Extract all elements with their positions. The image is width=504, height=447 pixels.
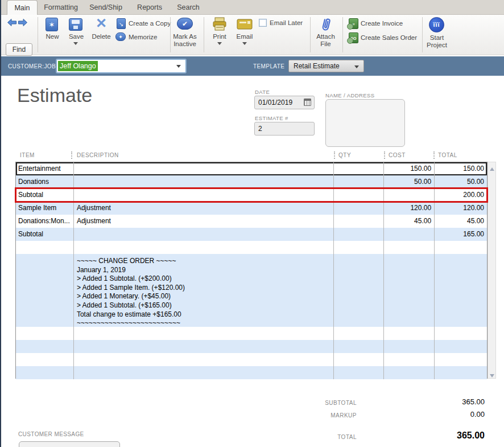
cell-item[interactable]: Sample Item (16, 202, 74, 215)
start-project-button-line2[interactable]: Project (422, 42, 452, 48)
print-dropdown-caret[interactable] (217, 42, 222, 45)
save-dropdown-caret[interactable] (73, 42, 78, 45)
cell-item[interactable] (16, 254, 74, 327)
attach-file-button[interactable]: Attach (313, 33, 338, 40)
create-copy-icon[interactable]: ↘ (117, 18, 126, 29)
cell-desc[interactable] (74, 241, 334, 254)
cell-cost[interactable]: 50.00 (384, 175, 435, 188)
delete-button[interactable]: Delete (88, 33, 114, 40)
cell-total[interactable] (435, 366, 487, 379)
attach-file-icon[interactable] (320, 17, 332, 32)
calendar-icon[interactable] (304, 99, 311, 106)
table-row[interactable] (16, 353, 487, 366)
date-field[interactable]: 01/01/2019 (254, 96, 315, 109)
print-icon[interactable] (212, 17, 227, 31)
table-row[interactable] (16, 340, 487, 353)
column-separator[interactable] (334, 151, 335, 159)
mark-as-inactive-button[interactable]: Mark As (168, 33, 201, 40)
cell-total[interactable]: 45.00 (435, 215, 487, 228)
cell-cost[interactable] (384, 188, 435, 202)
create-sales-order-icon[interactable]: SO (349, 32, 358, 43)
cell-item[interactable] (16, 353, 74, 366)
mark-as-inactive-button-line2[interactable]: Inactive (168, 40, 201, 47)
chevron-down-icon[interactable] (354, 65, 359, 68)
cell-cost[interactable]: 150.00 (384, 162, 435, 175)
cell-qty[interactable] (334, 175, 384, 188)
tab-send-ship[interactable]: Send/Ship (85, 0, 126, 15)
customer-job-value[interactable]: Jeff Olango (58, 61, 98, 71)
tab-search[interactable]: Search (173, 0, 204, 15)
cell-qty[interactable] (334, 188, 384, 202)
create-sales-order-button[interactable]: Create Sales Order (361, 34, 417, 41)
cell-total[interactable] (435, 254, 487, 327)
create-copy-button[interactable]: Create a Copy (129, 20, 171, 27)
tab-formatting[interactable]: Formatting (42, 0, 80, 15)
cell-total[interactable]: 165.00 (435, 228, 487, 241)
memorize-icon[interactable]: ✦ (115, 32, 126, 41)
cell-cost[interactable] (384, 366, 435, 379)
cell-desc[interactable] (74, 353, 334, 366)
cell-qty[interactable] (334, 366, 384, 379)
cell-desc[interactable] (74, 366, 334, 379)
cell-qty[interactable] (334, 254, 384, 327)
cell-desc[interactable] (74, 340, 334, 353)
table-row[interactable]: Sample ItemAdjustment120.00120.00 (16, 202, 487, 215)
cell-total[interactable] (435, 241, 487, 254)
new-icon[interactable]: ✶ (46, 18, 58, 31)
save-button[interactable]: Save (65, 33, 87, 40)
cell-cost[interactable] (384, 340, 435, 353)
table-row[interactable]: Subtotal200.00 (16, 188, 487, 202)
table-row[interactable]: Entertainment150.00150.00 (16, 162, 487, 175)
table-row[interactable]: Donations:Mon...Adjustment45.0045.00 (16, 215, 487, 228)
cell-desc[interactable]: Adjustment (74, 215, 334, 228)
start-project-button[interactable]: Start (422, 34, 452, 41)
start-project-icon[interactable]: ϊϊϊ (429, 17, 444, 32)
scroll-up-icon[interactable] (488, 163, 495, 171)
scroll-down-icon[interactable] (488, 370, 495, 378)
cell-total[interactable] (435, 327, 487, 340)
cell-cost[interactable] (384, 353, 435, 366)
cell-item[interactable]: Subtotal (16, 228, 74, 241)
tab-reports[interactable]: Reports (133, 0, 166, 15)
cell-item[interactable] (16, 241, 74, 254)
mark-as-inactive-icon[interactable]: ✔ (177, 18, 193, 30)
cell-qty[interactable] (334, 228, 384, 241)
cell-qty[interactable] (334, 340, 384, 353)
estimate-number-field[interactable]: 2 (254, 122, 315, 136)
cell-desc[interactable] (74, 162, 334, 175)
cell-desc[interactable]: ~~~~~ CHANGE ORDER ~~~~~ January 1, 2019… (74, 254, 334, 327)
create-invoice-button[interactable]: Create Invoice (361, 20, 403, 27)
table-row[interactable]: Subtotal165.00 (16, 228, 487, 241)
cell-desc[interactable] (74, 228, 334, 241)
cell-total[interactable]: 50.00 (435, 175, 487, 188)
column-separator[interactable] (71, 151, 72, 159)
table-row[interactable]: ~~~~~ CHANGE ORDER ~~~~~ January 1, 2019… (16, 254, 487, 327)
new-button[interactable]: New (42, 33, 63, 40)
template-combo[interactable]: Retail Estimate (288, 60, 364, 72)
email-dropdown-caret[interactable] (242, 42, 247, 45)
email-later-checkbox[interactable] (259, 19, 267, 27)
back-arrow-icon[interactable] (7, 19, 16, 26)
cell-cost[interactable] (384, 241, 435, 254)
delete-icon[interactable]: ✕ (93, 16, 109, 31)
cell-total[interactable]: 120.00 (435, 202, 487, 215)
print-button[interactable]: Print (206, 33, 233, 40)
cell-item[interactable] (16, 340, 74, 353)
table-row[interactable]: Donations50.0050.00 (16, 175, 487, 188)
cell-cost[interactable] (384, 228, 435, 241)
attach-file-button-line2[interactable]: File (313, 40, 338, 47)
cell-item[interactable]: Donations:Mon... (16, 215, 74, 228)
cell-item[interactable] (16, 327, 74, 340)
cell-total[interactable] (435, 353, 487, 366)
cell-qty[interactable] (334, 353, 384, 366)
cell-cost[interactable] (384, 327, 435, 340)
email-later-label[interactable]: Email Later (270, 19, 303, 26)
cell-desc[interactable] (74, 188, 334, 202)
find-button[interactable]: Find (6, 43, 32, 56)
cell-qty[interactable] (334, 162, 384, 175)
cell-item[interactable] (16, 366, 74, 379)
create-invoice-icon[interactable]: ≡ (349, 18, 358, 29)
save-icon[interactable] (69, 18, 82, 31)
cell-total[interactable]: 200.00 (435, 188, 487, 202)
customer-job-combo[interactable]: Jeff Olango (56, 59, 186, 73)
